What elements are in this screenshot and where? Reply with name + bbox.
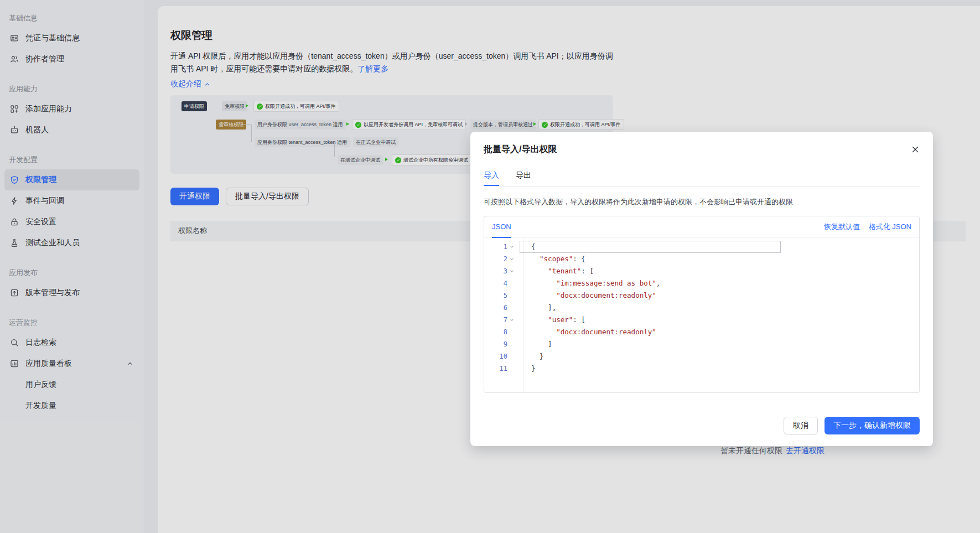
cancel-button[interactable]: 取消: [784, 417, 818, 434]
line-number: 7: [484, 314, 507, 326]
code-line[interactable]: 4 "im:message:send_as_bot",: [484, 277, 919, 289]
json-editor-panel: JSON 恢复默认值 格式化 JSON 1{2 "scopes": {3 "te…: [484, 216, 920, 393]
code-line[interactable]: 5 "docx:document:readonly": [484, 289, 919, 302]
code-line[interactable]: 7 "user": [: [484, 314, 919, 326]
line-number: 6: [484, 302, 507, 314]
batch-import-export-modal: 批量导入/导出权限 导入 导出 可按照以下格式导入数据，导入的权限将作为此次新增…: [470, 132, 933, 446]
code-text: {: [516, 241, 536, 253]
fold-toggle-icon[interactable]: [507, 265, 516, 277]
line-number: 1: [484, 241, 507, 253]
code-line[interactable]: 8 "docx:document:readonly": [484, 326, 919, 338]
code-text: ],: [516, 302, 556, 314]
tab-json[interactable]: JSON: [492, 216, 511, 238]
code-line[interactable]: 2 "scopes": {: [484, 253, 919, 265]
code-text: "im:message:send_as_bot",: [516, 277, 660, 289]
modal-title: 批量导入/导出权限: [484, 144, 557, 156]
fold-toggle-icon[interactable]: [507, 253, 516, 265]
line-number: 10: [484, 350, 507, 363]
code-line[interactable]: 1{: [484, 241, 919, 253]
code-text: "user": [: [516, 314, 585, 326]
fold-spacer: [507, 363, 516, 375]
format-json-link[interactable]: 格式化 JSON: [869, 222, 911, 232]
fold-spacer: [507, 289, 516, 302]
code-text: ]: [516, 338, 552, 350]
code-line[interactable]: 3 "tenant": [: [484, 265, 919, 277]
code-text: "scopes": {: [516, 253, 585, 265]
editor-actions: 恢复默认值 格式化 JSON: [824, 222, 911, 232]
fold-spacer: [507, 277, 516, 289]
fold-toggle-icon[interactable]: [507, 241, 516, 253]
code-text: }: [516, 350, 544, 363]
line-number: 3: [484, 265, 507, 277]
code-text: "tenant": [: [516, 265, 594, 277]
editor-header: JSON 恢复默认值 格式化 JSON: [484, 216, 919, 237]
json-code-area[interactable]: 1{2 "scopes": {3 "tenant": [4 "im:messag…: [484, 237, 919, 393]
line-number: 11: [484, 363, 507, 375]
fold-spacer: [507, 338, 516, 350]
code-line[interactable]: 9 ]: [484, 338, 919, 350]
restore-default-link[interactable]: 恢复默认值: [824, 222, 860, 232]
confirm-add-permission-button[interactable]: 下一步，确认新增权限: [825, 417, 920, 434]
code-line[interactable]: 11}: [484, 363, 919, 375]
modal-footer: 取消 下一步，确认新增权限: [784, 417, 920, 434]
modal-tabs: 导入 导出: [484, 166, 920, 187]
code-text: }: [516, 363, 536, 375]
code-text: "docx:document:readonly": [516, 326, 656, 338]
fold-toggle-icon[interactable]: [507, 314, 516, 326]
close-icon[interactable]: [909, 143, 922, 156]
modal-description: 可按照以下格式导入数据，导入的权限将作为此次新增申请的权限，不会影响已申请或开通…: [484, 197, 793, 207]
line-number: 2: [484, 253, 507, 265]
code-line[interactable]: 6 ],: [484, 302, 919, 314]
fold-spacer: [507, 350, 516, 363]
tab-import[interactable]: 导入: [484, 170, 499, 186]
code-text: "docx:document:readonly": [516, 289, 656, 302]
code-line[interactable]: 10 }: [484, 350, 919, 363]
line-number: 8: [484, 326, 507, 338]
line-number: 9: [484, 338, 507, 350]
tab-export[interactable]: 导出: [516, 170, 531, 186]
fold-spacer: [507, 326, 516, 338]
line-number: 4: [484, 277, 507, 289]
fold-spacer: [507, 302, 516, 314]
line-number: 5: [484, 289, 507, 302]
